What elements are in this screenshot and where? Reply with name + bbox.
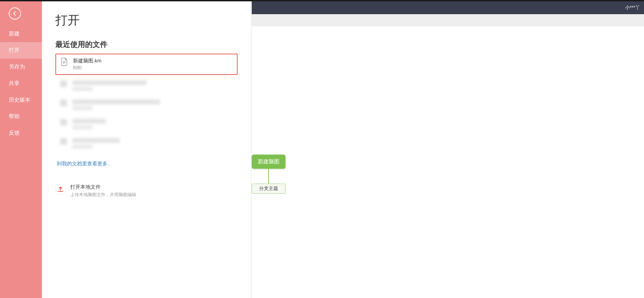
file-name: 新建脑图.km — [73, 58, 101, 64]
recent-file-item-redacted[interactable] — [55, 96, 238, 113]
sidebar-item-feedback[interactable]: 反馈 — [0, 125, 42, 141]
back-button[interactable] — [9, 7, 21, 20]
document-icon — [61, 58, 68, 66]
recent-file-item-redacted[interactable] — [55, 115, 238, 133]
toolbar-placeholder — [252, 14, 644, 26]
user-label[interactable]: 小***丫 — [625, 5, 640, 11]
mindmap-root-node[interactable]: 新建脑图 — [252, 155, 286, 169]
document-icon — [60, 100, 67, 106]
file-time: 刚刚 — [73, 65, 101, 71]
sidebar-item-share[interactable]: 共享 — [0, 75, 42, 92]
recent-files-heading: 最近使用的文件 — [55, 39, 238, 50]
sidebar-item-open[interactable]: 打开 — [0, 42, 42, 59]
app-header: 小***丫 — [252, 1, 644, 14]
sidebar-item-saveas[interactable]: 另存为 — [0, 59, 42, 75]
recent-file-item[interactable]: 新建脑图.km 刚刚 — [55, 54, 238, 75]
recent-file-item-redacted[interactable] — [55, 77, 238, 94]
mindmap-canvas[interactable]: 新建脑图 分支主题 — [252, 26, 644, 298]
mindmap-connector — [268, 169, 269, 184]
open-local-file[interactable]: 打开本地文件 上传本地脑图文件，并用脑图编辑 — [55, 184, 238, 198]
open-panel: 打开 最近使用的文件 新建脑图.km 刚刚 到我的文档里查看更多.. — [42, 1, 251, 298]
open-local-desc: 上传本地脑图文件，并用脑图编辑 — [70, 192, 136, 198]
file-menu-sidebar: 新建 打开 另存为 共享 历史版本 帮助 反馈 — [0, 1, 42, 298]
open-local-title: 打开本地文件 — [70, 184, 136, 190]
view-more-link[interactable]: 到我的文档里查看更多.. — [57, 161, 110, 167]
document-icon — [60, 80, 67, 87]
sidebar-item-new[interactable]: 新建 — [0, 26, 42, 42]
panel-title: 打开 — [55, 12, 238, 29]
document-icon — [60, 138, 67, 145]
sidebar-item-history[interactable]: 历史版本 — [0, 92, 42, 108]
mindmap-child-node[interactable]: 分支主题 — [252, 184, 286, 194]
recent-file-item-redacted[interactable] — [55, 135, 238, 152]
document-icon — [60, 119, 67, 126]
sidebar-item-help[interactable]: 帮助 — [0, 108, 42, 125]
arrow-left-icon — [12, 10, 18, 17]
upload-icon — [55, 184, 66, 194]
